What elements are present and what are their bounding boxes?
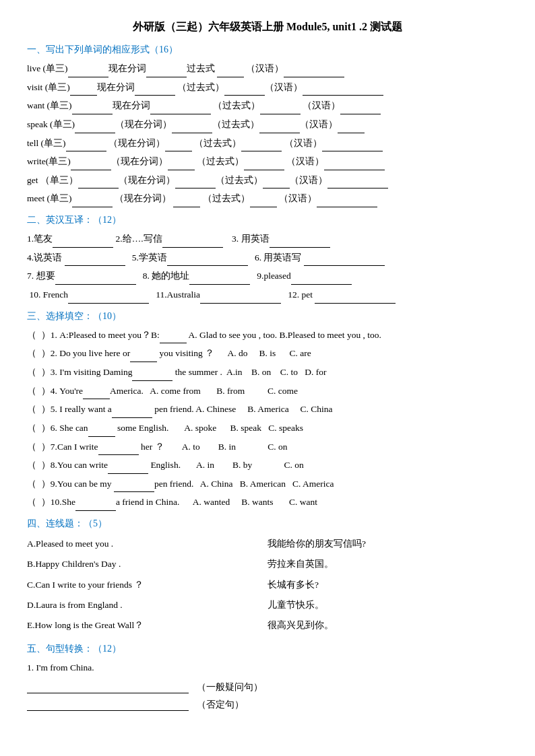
section-five-header: 五、句型转换：（12） — [27, 643, 508, 655]
q8: （ ）8.You can write English. A. in B. by … — [27, 456, 508, 474]
section-four-header: 四、连线题：（5） — [27, 518, 508, 530]
blank — [108, 463, 148, 474]
blank — [83, 388, 110, 399]
row-speak: speak (单三)（现在分词）（过去式）（汉语） — [27, 116, 508, 133]
q3: （ ）3. I'm visiting Daming the summer . A… — [27, 364, 508, 381]
blank — [322, 141, 383, 151]
blank — [150, 104, 211, 114]
blank — [315, 293, 396, 304]
blank — [98, 444, 139, 455]
blank — [291, 274, 352, 285]
blank — [172, 123, 212, 133]
section-three-items: （ ）1. A:Pleased to meet you？B: A. Glad t… — [27, 327, 508, 511]
blank — [114, 481, 154, 492]
blank — [146, 67, 187, 77]
hint-negative: （否定句） — [197, 699, 244, 710]
section-three-header: 三、选择填空：（10） — [27, 310, 508, 322]
blank — [72, 197, 113, 207]
blank — [304, 255, 385, 266]
match-row-3: C.Can I write to your friends ？ 长城有多长? — [27, 575, 508, 595]
page-title: 外研版（三起）六年级英语上册 Module5, unit1 .2 测试题 — [27, 20, 508, 34]
blank — [173, 197, 200, 207]
blank — [75, 500, 116, 511]
blank — [68, 293, 149, 304]
row-live: live (单三)现在分词过去式 （汉语） — [27, 60, 508, 77]
blank — [200, 293, 281, 304]
sentence-transform-line2: （否定句） — [27, 699, 508, 711]
match-left-1: A.Pleased to meet you . — [27, 534, 268, 554]
blank — [327, 178, 388, 188]
matching-table: A.Pleased to meet you . 我能给你的朋友写信吗? B.Ha… — [27, 534, 508, 635]
match-row-2: B.Happy Children's Day . 劳拉来自英国。 — [27, 554, 508, 574]
blank — [75, 123, 115, 133]
q4: （ ）4. You'reAmerica. A. come from B. fro… — [27, 382, 508, 400]
blank — [135, 85, 175, 96]
blank — [241, 141, 282, 151]
q6: （ ）6. She can some English. A. spoke B. … — [27, 419, 508, 437]
row-get: get （单三）（现在分词）（过去式）（汉语） — [27, 172, 508, 189]
blank — [263, 178, 290, 188]
blank — [168, 160, 195, 170]
blank — [112, 407, 152, 418]
blank — [175, 178, 216, 188]
blank-negative — [27, 700, 189, 711]
blank — [189, 274, 250, 285]
two-row-2: 4.说英语 5.学英语 6. 用英语写 — [27, 249, 508, 267]
blank — [270, 237, 330, 248]
blank — [217, 67, 244, 77]
blank — [284, 67, 344, 77]
match-left-2: B.Happy Children's Day . — [27, 554, 268, 574]
blank-general-question — [27, 683, 189, 693]
row-write: write(单三)（现在分词） （过去式） （汉语） — [27, 153, 508, 170]
blank — [340, 104, 381, 114]
match-left-5: E.How long is the Great Wall？ — [27, 615, 268, 635]
match-right-3: 长城有多长? — [268, 575, 508, 595]
row-tell: tell (单三) （现在分词） （过去式） （汉语） — [27, 135, 508, 152]
section-one-rows: live (单三)现在分词过去式 （汉语） visit (单三)现在分词 （过去… — [27, 60, 508, 207]
q7: （ ）7.Can I write her ？ A. to B. in C. on — [27, 438, 508, 456]
match-right-2: 劳拉来自英国。 — [268, 554, 508, 574]
blank — [55, 274, 136, 285]
blank — [317, 197, 377, 207]
blank — [303, 85, 383, 96]
row-meet: meet (单三) （现在分词） （过去式） （汉语） — [27, 190, 508, 207]
sentence-transform-line1: （一般疑问句） — [27, 681, 508, 693]
q1: （ ）1. A:Pleased to meet you？B: A. Glad t… — [27, 327, 508, 344]
blank — [259, 123, 300, 133]
blank — [260, 104, 301, 114]
match-left-3: C.Can I write to your friends ？ — [27, 575, 268, 595]
blank — [244, 160, 284, 170]
row-want: want (单三)现在分词 （过去式） （汉语） — [27, 97, 508, 114]
section-two-header: 二、英汉互译：（12） — [27, 214, 508, 226]
row-visit: visit (单三)现在分词 （过去式）（汉语） — [27, 79, 508, 96]
match-right-5: 很高兴见到你。 — [268, 615, 508, 635]
blank — [224, 85, 265, 96]
blank — [162, 237, 223, 248]
blank — [72, 104, 113, 114]
blank — [250, 197, 277, 207]
blank — [160, 333, 187, 343]
blank — [68, 67, 108, 77]
blank — [167, 255, 248, 266]
match-right-4: 儿童节快乐。 — [268, 595, 508, 615]
q2: （ ）2. Do you live here or you visiting ？… — [27, 345, 508, 362]
match-right-1: 我能给你的朋友写信吗? — [268, 534, 508, 554]
blank — [132, 370, 172, 381]
blank — [53, 237, 113, 248]
match-row-5: E.How long is the Great Wall？ 很高兴见到你。 — [27, 615, 508, 635]
blank — [65, 255, 125, 266]
blank — [66, 141, 106, 151]
match-row-4: D.Laura is from England . 儿童节快乐。 — [27, 595, 508, 615]
blank — [78, 178, 119, 188]
q10: （ ）10.Shea friend in China. A. wanted B.… — [27, 493, 508, 511]
two-row-4: 10. French 11.Australia 12. pet — [27, 286, 508, 304]
section-two-rows: 1.笔友 2.给….写信 3. 用英语 4.说英语 5.学英语 6. 用英语写 … — [27, 230, 508, 304]
two-row-3: 7. 想要 8. 她的地址 9.pleased — [27, 267, 508, 285]
blank — [70, 85, 97, 96]
section-one-header: 一、写出下列单词的相应形式（16） — [27, 44, 508, 56]
blank — [71, 160, 111, 170]
hint-general: （一般疑问句） — [197, 682, 263, 692]
blank — [88, 426, 115, 437]
blank — [324, 160, 385, 170]
blank — [338, 123, 365, 133]
